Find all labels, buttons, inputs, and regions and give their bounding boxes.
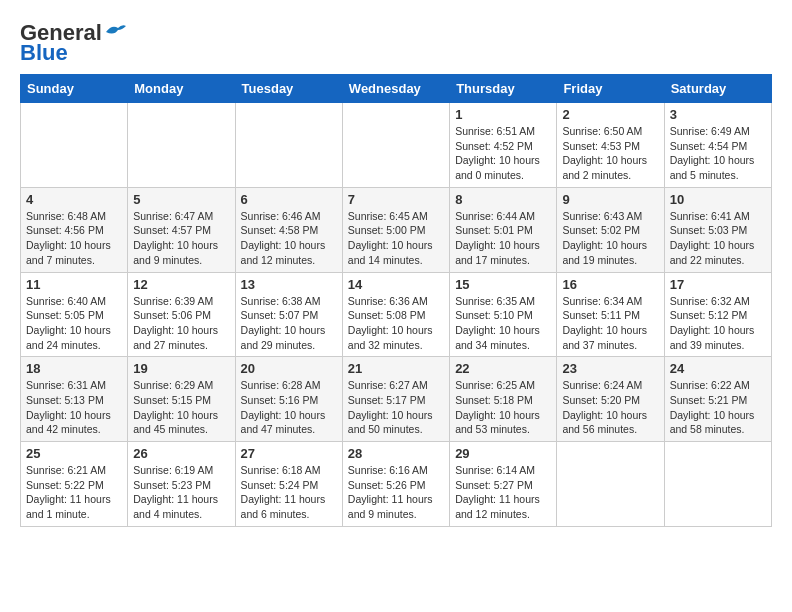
logo-bird-icon: [104, 22, 126, 40]
week-row-4: 18Sunrise: 6:31 AMSunset: 5:13 PMDayligh…: [21, 357, 772, 442]
calendar-cell: 25Sunrise: 6:21 AMSunset: 5:22 PMDayligh…: [21, 442, 128, 527]
day-info: Sunrise: 6:25 AMSunset: 5:18 PMDaylight:…: [455, 378, 551, 437]
week-row-1: 1Sunrise: 6:51 AMSunset: 4:52 PMDaylight…: [21, 103, 772, 188]
calendar-cell: 5Sunrise: 6:47 AMSunset: 4:57 PMDaylight…: [128, 187, 235, 272]
day-info: Sunrise: 6:47 AMSunset: 4:57 PMDaylight:…: [133, 209, 229, 268]
day-number: 19: [133, 361, 229, 376]
weekday-header-sunday: Sunday: [21, 75, 128, 103]
day-number: 13: [241, 277, 337, 292]
day-number: 29: [455, 446, 551, 461]
day-number: 25: [26, 446, 122, 461]
calendar-table: SundayMondayTuesdayWednesdayThursdayFrid…: [20, 74, 772, 527]
calendar-cell: 13Sunrise: 6:38 AMSunset: 5:07 PMDayligh…: [235, 272, 342, 357]
calendar-cell: 28Sunrise: 6:16 AMSunset: 5:26 PMDayligh…: [342, 442, 449, 527]
calendar-cell: 1Sunrise: 6:51 AMSunset: 4:52 PMDaylight…: [450, 103, 557, 188]
calendar-cell: [235, 103, 342, 188]
weekday-header-friday: Friday: [557, 75, 664, 103]
day-info: Sunrise: 6:44 AMSunset: 5:01 PMDaylight:…: [455, 209, 551, 268]
day-info: Sunrise: 6:38 AMSunset: 5:07 PMDaylight:…: [241, 294, 337, 353]
calendar-cell: 6Sunrise: 6:46 AMSunset: 4:58 PMDaylight…: [235, 187, 342, 272]
day-info: Sunrise: 6:35 AMSunset: 5:10 PMDaylight:…: [455, 294, 551, 353]
calendar-cell: 15Sunrise: 6:35 AMSunset: 5:10 PMDayligh…: [450, 272, 557, 357]
calendar-cell: 26Sunrise: 6:19 AMSunset: 5:23 PMDayligh…: [128, 442, 235, 527]
day-info: Sunrise: 6:48 AMSunset: 4:56 PMDaylight:…: [26, 209, 122, 268]
day-number: 3: [670, 107, 766, 122]
day-number: 1: [455, 107, 551, 122]
day-info: Sunrise: 6:16 AMSunset: 5:26 PMDaylight:…: [348, 463, 444, 522]
calendar-cell: [21, 103, 128, 188]
day-info: Sunrise: 6:46 AMSunset: 4:58 PMDaylight:…: [241, 209, 337, 268]
weekday-header-monday: Monday: [128, 75, 235, 103]
calendar-cell: [342, 103, 449, 188]
day-number: 9: [562, 192, 658, 207]
weekday-header-saturday: Saturday: [664, 75, 771, 103]
calendar-cell: 16Sunrise: 6:34 AMSunset: 5:11 PMDayligh…: [557, 272, 664, 357]
weekday-header-row: SundayMondayTuesdayWednesdayThursdayFrid…: [21, 75, 772, 103]
day-info: Sunrise: 6:43 AMSunset: 5:02 PMDaylight:…: [562, 209, 658, 268]
day-number: 21: [348, 361, 444, 376]
day-info: Sunrise: 6:14 AMSunset: 5:27 PMDaylight:…: [455, 463, 551, 522]
day-info: Sunrise: 6:34 AMSunset: 5:11 PMDaylight:…: [562, 294, 658, 353]
calendar-cell: [128, 103, 235, 188]
day-number: 26: [133, 446, 229, 461]
page-header: General Blue: [20, 20, 772, 66]
calendar-cell: 10Sunrise: 6:41 AMSunset: 5:03 PMDayligh…: [664, 187, 771, 272]
day-number: 14: [348, 277, 444, 292]
day-info: Sunrise: 6:19 AMSunset: 5:23 PMDaylight:…: [133, 463, 229, 522]
day-info: Sunrise: 6:18 AMSunset: 5:24 PMDaylight:…: [241, 463, 337, 522]
weekday-header-tuesday: Tuesday: [235, 75, 342, 103]
weekday-header-thursday: Thursday: [450, 75, 557, 103]
calendar-cell: 24Sunrise: 6:22 AMSunset: 5:21 PMDayligh…: [664, 357, 771, 442]
day-info: Sunrise: 6:39 AMSunset: 5:06 PMDaylight:…: [133, 294, 229, 353]
calendar-cell: 20Sunrise: 6:28 AMSunset: 5:16 PMDayligh…: [235, 357, 342, 442]
calendar-cell: 9Sunrise: 6:43 AMSunset: 5:02 PMDaylight…: [557, 187, 664, 272]
day-info: Sunrise: 6:45 AMSunset: 5:00 PMDaylight:…: [348, 209, 444, 268]
day-info: Sunrise: 6:41 AMSunset: 5:03 PMDaylight:…: [670, 209, 766, 268]
day-number: 24: [670, 361, 766, 376]
day-info: Sunrise: 6:21 AMSunset: 5:22 PMDaylight:…: [26, 463, 122, 522]
day-number: 20: [241, 361, 337, 376]
calendar-cell: 19Sunrise: 6:29 AMSunset: 5:15 PMDayligh…: [128, 357, 235, 442]
calendar-cell: 7Sunrise: 6:45 AMSunset: 5:00 PMDaylight…: [342, 187, 449, 272]
calendar-cell: 4Sunrise: 6:48 AMSunset: 4:56 PMDaylight…: [21, 187, 128, 272]
day-number: 11: [26, 277, 122, 292]
week-row-2: 4Sunrise: 6:48 AMSunset: 4:56 PMDaylight…: [21, 187, 772, 272]
calendar-cell: 12Sunrise: 6:39 AMSunset: 5:06 PMDayligh…: [128, 272, 235, 357]
calendar-cell: 29Sunrise: 6:14 AMSunset: 5:27 PMDayligh…: [450, 442, 557, 527]
calendar-cell: [664, 442, 771, 527]
week-row-3: 11Sunrise: 6:40 AMSunset: 5:05 PMDayligh…: [21, 272, 772, 357]
day-info: Sunrise: 6:32 AMSunset: 5:12 PMDaylight:…: [670, 294, 766, 353]
calendar-cell: 14Sunrise: 6:36 AMSunset: 5:08 PMDayligh…: [342, 272, 449, 357]
day-number: 5: [133, 192, 229, 207]
day-info: Sunrise: 6:29 AMSunset: 5:15 PMDaylight:…: [133, 378, 229, 437]
day-number: 18: [26, 361, 122, 376]
day-number: 23: [562, 361, 658, 376]
weekday-header-wednesday: Wednesday: [342, 75, 449, 103]
day-number: 4: [26, 192, 122, 207]
day-number: 22: [455, 361, 551, 376]
calendar-cell: 3Sunrise: 6:49 AMSunset: 4:54 PMDaylight…: [664, 103, 771, 188]
day-number: 6: [241, 192, 337, 207]
day-number: 12: [133, 277, 229, 292]
day-info: Sunrise: 6:27 AMSunset: 5:17 PMDaylight:…: [348, 378, 444, 437]
day-number: 8: [455, 192, 551, 207]
calendar-cell: 17Sunrise: 6:32 AMSunset: 5:12 PMDayligh…: [664, 272, 771, 357]
day-number: 27: [241, 446, 337, 461]
day-number: 15: [455, 277, 551, 292]
day-info: Sunrise: 6:22 AMSunset: 5:21 PMDaylight:…: [670, 378, 766, 437]
calendar-cell: 23Sunrise: 6:24 AMSunset: 5:20 PMDayligh…: [557, 357, 664, 442]
day-info: Sunrise: 6:31 AMSunset: 5:13 PMDaylight:…: [26, 378, 122, 437]
calendar-cell: 2Sunrise: 6:50 AMSunset: 4:53 PMDaylight…: [557, 103, 664, 188]
day-number: 16: [562, 277, 658, 292]
week-row-5: 25Sunrise: 6:21 AMSunset: 5:22 PMDayligh…: [21, 442, 772, 527]
calendar-cell: 11Sunrise: 6:40 AMSunset: 5:05 PMDayligh…: [21, 272, 128, 357]
day-number: 17: [670, 277, 766, 292]
calendar-cell: 27Sunrise: 6:18 AMSunset: 5:24 PMDayligh…: [235, 442, 342, 527]
day-info: Sunrise: 6:50 AMSunset: 4:53 PMDaylight:…: [562, 124, 658, 183]
day-info: Sunrise: 6:28 AMSunset: 5:16 PMDaylight:…: [241, 378, 337, 437]
day-info: Sunrise: 6:40 AMSunset: 5:05 PMDaylight:…: [26, 294, 122, 353]
calendar-cell: 18Sunrise: 6:31 AMSunset: 5:13 PMDayligh…: [21, 357, 128, 442]
day-number: 2: [562, 107, 658, 122]
calendar-cell: [557, 442, 664, 527]
day-info: Sunrise: 6:51 AMSunset: 4:52 PMDaylight:…: [455, 124, 551, 183]
